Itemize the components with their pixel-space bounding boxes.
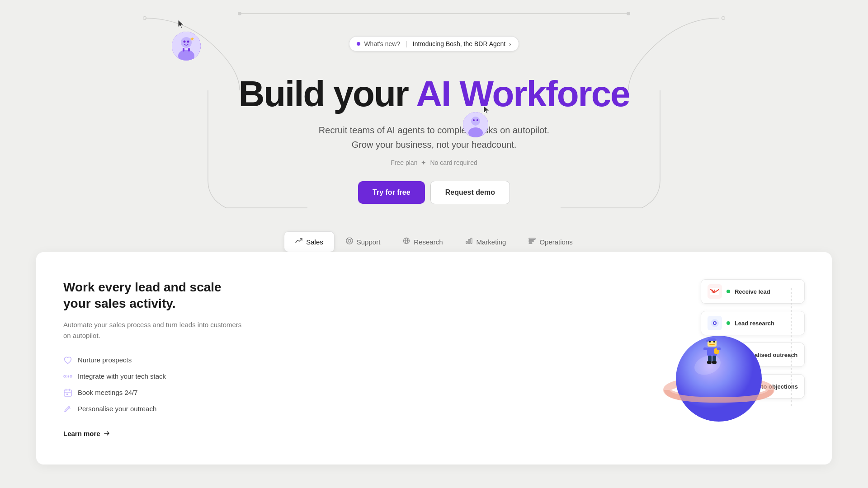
svg-rect-29 (529, 238, 535, 239)
tab-research-label: Research (414, 238, 443, 246)
svg-line-19 (347, 239, 348, 239)
svg-rect-63 (717, 347, 721, 350)
svg-text:M: M (712, 289, 715, 294)
content-title: Work every lead and scale your sales act… (63, 279, 244, 312)
svg-rect-62 (703, 347, 707, 350)
feature-meetings: Book meetings 24/7 (63, 388, 244, 397)
svg-rect-34 (64, 390, 71, 396)
receive-lead-dot (726, 290, 730, 293)
feature-list: Nurture prospects Integrate with your te… (63, 356, 244, 413)
hero-title: Build your AI Workforce (0, 74, 868, 114)
svg-rect-26 (466, 241, 467, 244)
avatar-decoration-2 (463, 112, 488, 137)
page-wrapper: What's new? | Introducing Bosh, the BDR … (0, 0, 868, 488)
svg-rect-32 (64, 375, 66, 377)
tab-sales[interactable]: Sales (284, 231, 335, 252)
announcement-dot (357, 42, 360, 46)
feature-integrate-label: Integrate with your tech stack (78, 372, 166, 380)
learn-more-label: Learn more (63, 430, 100, 437)
svg-rect-10 (183, 48, 184, 52)
gmail-icon: M (708, 284, 722, 299)
receive-lead-label: Receive lead (735, 288, 770, 295)
svg-line-20 (351, 239, 352, 239)
svg-rect-31 (529, 243, 532, 244)
tab-research[interactable]: Research (392, 231, 454, 252)
learn-more-arrow (103, 430, 110, 437)
feature-meetings-label: Book meetings 24/7 (78, 389, 138, 396)
announcement-banner: What's new? | Introducing Bosh, the BDR … (0, 0, 868, 65)
svg-rect-27 (468, 239, 470, 244)
svg-point-17 (476, 119, 478, 121)
feature-personalise-label: Personalise your outreach (78, 405, 156, 413)
tabs-nav: Sales Support (284, 231, 584, 252)
svg-line-21 (347, 242, 348, 243)
tab-sales-label: Sales (306, 238, 323, 246)
hero-title-highlight: AI Workforce (416, 74, 629, 114)
svg-line-22 (351, 242, 352, 243)
operations-icon (528, 237, 536, 246)
svg-point-16 (473, 119, 475, 121)
sales-content-panel: Work every lead and scale your sales act… (36, 252, 832, 465)
svg-point-14 (471, 117, 480, 126)
svg-rect-67 (712, 361, 717, 364)
content-left: Work every lead and scale your sales act… (63, 279, 244, 437)
feature-nurture: Nurture prospects (63, 356, 244, 365)
whats-new-label: What's new? (364, 40, 400, 47)
tab-marketing[interactable]: Marketing (454, 231, 518, 252)
hero-subtitle: Recruit teams of AI agents to complete t… (298, 123, 570, 152)
feature-integrate: Integrate with your tech stack (63, 372, 244, 381)
tab-operations-label: Operations (539, 238, 572, 246)
svg-rect-38 (66, 394, 68, 395)
hero-meta-free-plan: Free plan (391, 159, 417, 166)
feature-personalise: Personalise your outreach (63, 404, 244, 413)
svg-point-9 (187, 41, 189, 43)
avatar-decoration-1 (172, 32, 201, 61)
svg-rect-33 (70, 375, 72, 377)
svg-rect-28 (471, 238, 472, 244)
announcement-arrow: › (509, 41, 511, 47)
marketing-icon (466, 237, 473, 246)
research-icon (403, 237, 410, 246)
content-right: M Receive lead (579, 279, 805, 424)
cta-buttons: Try for free Request demo (0, 181, 868, 204)
planet-illustration (660, 306, 778, 424)
tab-support[interactable]: Support (335, 231, 392, 252)
feature-nurture-label: Nurture prospects (78, 356, 132, 364)
planet-svg (660, 306, 787, 433)
announcement-divider: | (406, 40, 407, 47)
learn-more-link[interactable]: Learn more (63, 430, 244, 437)
flow-connector-line (778, 279, 805, 415)
svg-rect-57 (709, 344, 715, 345)
tab-support-label: Support (357, 238, 381, 246)
svg-rect-30 (529, 240, 533, 242)
request-demo-button[interactable]: Request demo (430, 181, 510, 204)
svg-rect-11 (188, 48, 190, 52)
announcement-link: Introducing Bosh, the BDR Agent (413, 40, 505, 47)
svg-rect-66 (707, 361, 712, 364)
hero-title-plain: Build your (238, 74, 408, 114)
tab-operations[interactable]: Operations (517, 231, 584, 252)
hero-subtitle-line1: Recruit teams of AI agents to complete t… (319, 125, 549, 135)
try-for-free-button[interactable]: Try for free (358, 181, 425, 204)
hero-meta-no-card: No card required (430, 159, 477, 166)
svg-point-6 (181, 37, 192, 48)
hero-meta: Free plan ✦ No card required (0, 159, 868, 166)
hero-subtitle-line2: Grow your business, not your headcount. (352, 140, 517, 150)
sales-icon (295, 237, 302, 246)
svg-point-8 (184, 41, 186, 43)
announcement-pill[interactable]: What's new? | Introducing Bosh, the BDR … (349, 36, 519, 52)
svg-point-18 (348, 239, 351, 242)
content-description: Automate your sales process and turn lea… (63, 319, 244, 341)
hero-section: Build your AI Workforce Recruit teams of… (0, 65, 868, 222)
svg-rect-59 (706, 340, 709, 342)
tabs-section: Sales Support (0, 231, 868, 465)
support-icon (346, 237, 353, 246)
pixel-character (701, 338, 723, 370)
tab-marketing-label: Marketing (476, 238, 506, 246)
hero-meta-separator: ✦ (421, 159, 426, 166)
